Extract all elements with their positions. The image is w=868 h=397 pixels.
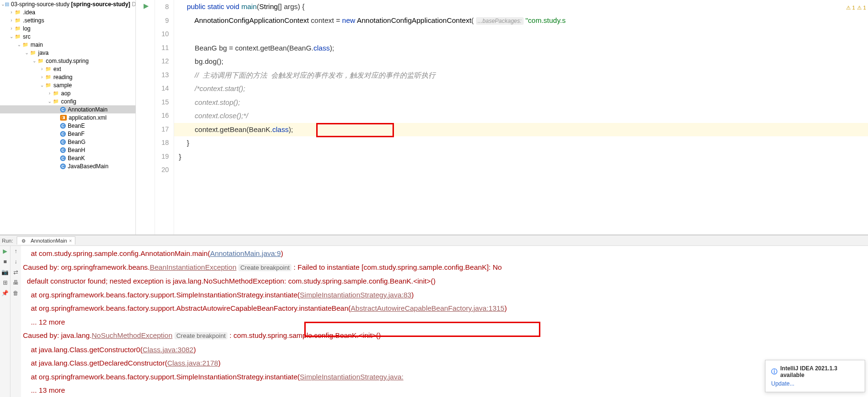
class-icon: C: [60, 163, 66, 169]
run-label: Run:: [2, 238, 13, 244]
class-icon: C: [60, 107, 66, 112]
pin-icon[interactable]: 📌: [1, 290, 9, 297]
tree-item[interactable]: ⌄📁java: [0, 49, 135, 57]
wrap-icon[interactable]: ⇄: [12, 269, 20, 276]
tree-item[interactable]: ›📁.settings: [0, 16, 135, 24]
tree-item[interactable]: ⌄📁sample: [0, 81, 135, 89]
class-icon: C: [60, 131, 66, 137]
gutter-run-icon[interactable]: ▶: [144, 2, 155, 10]
info-icon: ⓘ: [771, 367, 777, 376]
class-icon: C: [60, 123, 66, 129]
tree-item[interactable]: ⌄📁main: [0, 41, 135, 49]
tree-item[interactable]: CBeanH: [0, 146, 135, 154]
tree-item[interactable]: CBeanE: [0, 122, 135, 130]
up-icon[interactable]: ↑: [12, 248, 20, 255]
tree-item[interactable]: CBeanK: [0, 154, 135, 162]
tree-item[interactable]: ›📁ext: [0, 65, 135, 73]
xml-icon: ◨: [60, 115, 67, 121]
tree-root[interactable]: ⌄▤03-spring-source-study [spring-source-…: [0, 0, 135, 8]
trash-icon[interactable]: 🗑: [12, 290, 20, 297]
console-tab[interactable]: ⚙ AnnotationMain ×: [17, 236, 75, 244]
line-gutter: 891011121314151617181920: [155, 0, 174, 234]
code-editor[interactable]: ▶ 891011121314151617181920 ⚠ 1⚠ 1 public…: [136, 0, 868, 234]
stack-link[interactable]: SimpleInstantiationStrategy.java:: [300, 373, 403, 381]
class-icon: C: [60, 147, 66, 153]
stack-link[interactable]: AbstractAutowireCapableBeanFactory.java:…: [351, 304, 504, 312]
print-icon[interactable]: 🖶: [12, 279, 20, 287]
update-notification[interactable]: ⓘIntelliJ IDEA 2021.1.3 available Update…: [765, 360, 865, 392]
tree-item[interactable]: CBeanG: [0, 138, 135, 146]
run-tool-window: Run: ⚙ AnnotationMain × ▶ ■ 📷 ⊞ 📌 ↑ ↓ ⇄ …: [0, 235, 868, 397]
project-tree[interactable]: ⌄▤03-spring-source-study [spring-source-…: [0, 0, 136, 234]
stack-link[interactable]: AnnotationMain.java:9: [210, 249, 280, 257]
camera-icon[interactable]: 📷: [1, 269, 9, 276]
stop-button[interactable]: ■: [1, 258, 9, 266]
console-tabs: Run: ⚙ AnnotationMain ×: [0, 235, 868, 246]
tree-item[interactable]: ›📁log: [0, 24, 135, 32]
console-toolbar: ↑ ↓ ⇄ 🖶 🗑: [10, 246, 21, 397]
tree-item[interactable]: ⌄📁config: [0, 97, 135, 105]
tree-item[interactable]: ⌄📁com.study.spring: [0, 57, 135, 65]
tree-item[interactable]: ›📁reading: [0, 73, 135, 81]
run-toolbar: ▶ ■ 📷 ⊞ 📌: [0, 246, 10, 397]
parameter-hint: ...basePackages:: [476, 17, 524, 25]
tree-item[interactable]: ›📁aop: [0, 89, 135, 97]
stack-link[interactable]: Class.java:3082: [143, 346, 194, 354]
down-icon[interactable]: ↓: [12, 258, 20, 266]
exception-link[interactable]: BeanInstantiationException: [150, 263, 237, 271]
console-output[interactable]: at com.study.spring.sample.config.Annota…: [21, 246, 868, 397]
class-icon: C: [60, 139, 66, 145]
tree-item-selected[interactable]: CAnnotationMain: [0, 105, 135, 113]
tree-item[interactable]: ›📁.idea: [0, 8, 135, 16]
layout-icon[interactable]: ⊞: [1, 279, 9, 287]
class-icon: C: [60, 155, 66, 161]
exception-link[interactable]: NoSuchMethodException: [92, 331, 172, 339]
update-link[interactable]: Update...: [771, 380, 795, 387]
stack-link[interactable]: Class.java:2178: [167, 359, 218, 367]
config-icon: ⚙: [20, 237, 27, 244]
stack-link[interactable]: SimpleInstantiationStrategy.java:83: [300, 291, 412, 299]
rerun-button[interactable]: ▶: [1, 248, 9, 255]
tree-item[interactable]: CBeanF: [0, 130, 135, 138]
tree-item[interactable]: ⌄📁src: [0, 32, 135, 41]
create-breakpoint-button[interactable]: Create breakpoint: [175, 332, 227, 339]
create-breakpoint-button[interactable]: Create breakpoint: [238, 264, 291, 271]
tree-item[interactable]: ◨application.xml: [0, 113, 135, 122]
tree-item[interactable]: CJavaBasedMain: [0, 162, 135, 170]
close-icon[interactable]: ×: [69, 238, 72, 244]
